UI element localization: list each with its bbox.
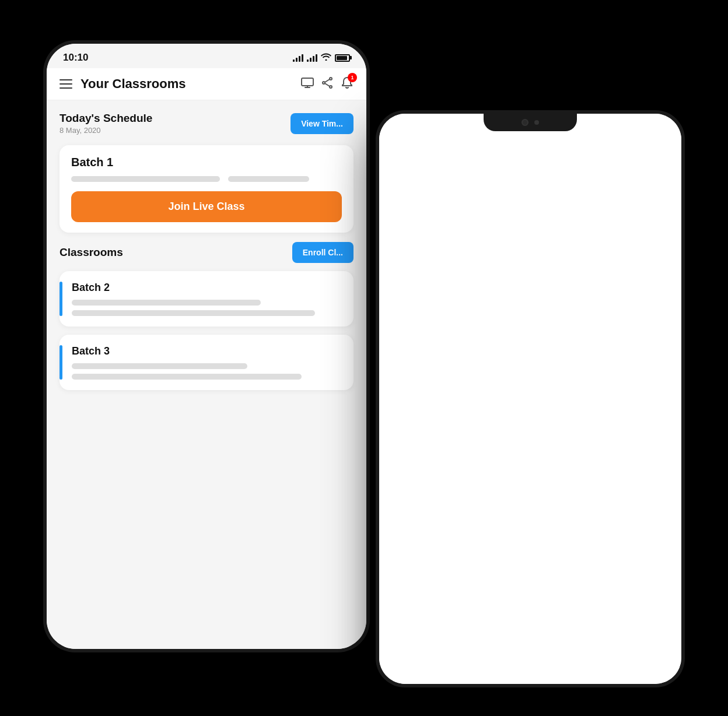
batch-1-placeholder-lines — [71, 176, 342, 182]
hamburger-line-3 — [60, 87, 72, 89]
svg-line-5 — [325, 83, 330, 86]
share-icon[interactable] — [322, 77, 332, 92]
batch-3-line-1 — [72, 363, 247, 369]
classrooms-section: Classrooms Enroll Cl... Batch 2 — [60, 242, 354, 390]
batch-3-title: Batch 3 — [72, 345, 342, 357]
signal-bar-6 — [310, 58, 312, 62]
batch-2-content: Batch 2 — [72, 282, 342, 316]
todays-schedule-section: Today's Schedule 8 May, 2020 View Tim... — [60, 112, 354, 135]
notification-button[interactable]: 1 — [341, 76, 354, 92]
phone-2 — [376, 110, 685, 687]
schedule-header: Today's Schedule 8 May, 2020 View Tim... — [60, 112, 354, 135]
signal-bars-2 — [307, 54, 317, 62]
batch-2-card: Batch 2 — [60, 271, 354, 327]
signal-bar-5 — [307, 59, 309, 62]
scene: 10:10 — [43, 23, 685, 693]
schedule-title-group: Today's Schedule 8 May, 2020 — [60, 112, 152, 135]
classrooms-header: Classrooms Enroll Cl... — [60, 242, 354, 263]
notification-badge: 1 — [348, 73, 357, 82]
batch-3-card: Batch 3 — [60, 335, 354, 390]
classrooms-title: Classrooms — [60, 246, 123, 259]
placeholder-line-2 — [228, 176, 309, 182]
placeholder-line-1 — [71, 176, 220, 182]
signal-bar-7 — [313, 56, 314, 62]
phone-2-screen — [379, 114, 681, 684]
signal-bar-4 — [302, 54, 303, 62]
signal-bar-8 — [316, 54, 317, 62]
batch-3-lines — [72, 363, 342, 380]
svg-rect-0 — [302, 78, 313, 86]
schedule-date: 8 May, 2020 — [60, 126, 152, 135]
phone-1-screen: 10:10 — [47, 44, 366, 649]
batch-1-title: Batch 1 — [71, 156, 342, 169]
status-bar: 10:10 — [47, 44, 366, 68]
hamburger-menu-icon[interactable] — [60, 79, 72, 89]
batch-3-content: Batch 3 — [72, 345, 342, 380]
app-header: Your Classrooms — [47, 68, 366, 100]
batch-2-lines — [72, 300, 342, 316]
batch-2-title: Batch 2 — [72, 282, 342, 294]
view-timetable-button[interactable]: View Tim... — [290, 113, 354, 134]
page-title: Your Classrooms — [80, 76, 293, 92]
wifi-icon — [321, 52, 331, 63]
status-icons — [293, 52, 350, 63]
hamburger-line-2 — [60, 83, 72, 85]
enroll-classroom-button[interactable]: Enroll Cl... — [292, 242, 354, 263]
svg-point-3 — [330, 86, 332, 88]
phone-1: 10:10 — [43, 40, 370, 652]
monitor-icon[interactable] — [301, 78, 314, 91]
svg-line-4 — [325, 79, 330, 82]
battery-icon — [335, 54, 350, 62]
batch-2-accent — [60, 282, 62, 316]
batch-3-accent — [60, 345, 62, 380]
schedule-title: Today's Schedule — [60, 112, 152, 125]
batch-2-line-2 — [72, 310, 315, 316]
app-content: Today's Schedule 8 May, 2020 View Tim...… — [47, 100, 366, 649]
batch-3-line-2 — [72, 374, 302, 380]
hamburger-line-1 — [60, 79, 72, 80]
phone-2-notch — [484, 114, 577, 131]
batch-2-line-1 — [72, 300, 261, 306]
svg-point-1 — [330, 78, 332, 80]
signal-bars — [293, 54, 303, 62]
batch-1-card: Batch 1 Join Live Class — [60, 145, 354, 233]
front-camera-icon — [522, 119, 528, 126]
face-sensor-icon — [534, 120, 539, 125]
signal-bar-2 — [296, 58, 298, 62]
svg-point-2 — [323, 82, 325, 84]
signal-bar-1 — [293, 59, 295, 62]
phone-2-content — [379, 114, 681, 684]
join-live-class-button[interactable]: Join Live Class — [71, 191, 342, 222]
status-time: 10:10 — [63, 52, 88, 64]
signal-bar-3 — [299, 56, 300, 62]
